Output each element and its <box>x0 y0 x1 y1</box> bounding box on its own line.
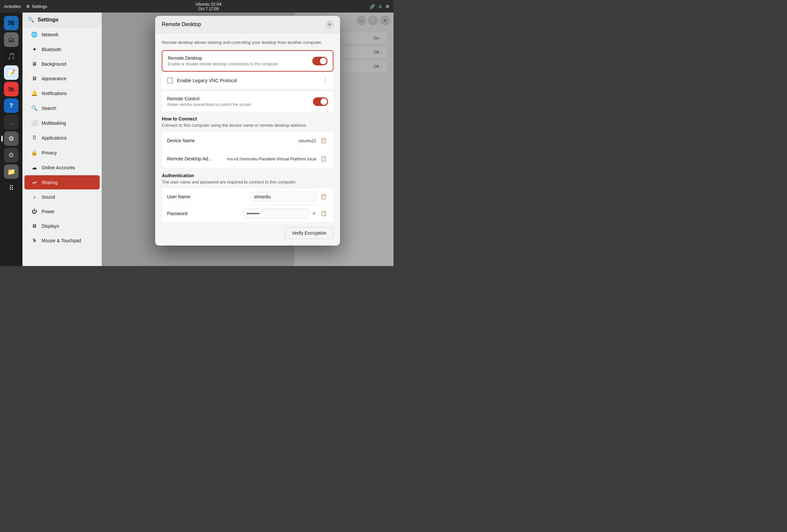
copy-address-button[interactable]: 📋 <box>319 154 328 163</box>
remote-desktop-desc: Enable or disable remote desktop connect… <box>168 62 279 66</box>
sidebar-item-bluetooth[interactable]: ✦ Bluetooth <box>24 42 100 57</box>
how-to-connect-title: How to Connect <box>162 116 334 122</box>
dock-help[interactable]: ? <box>4 98 19 113</box>
search-nav-icon: 🔍 <box>31 105 38 111</box>
privacy-icon: 🔒 <box>31 149 38 156</box>
vnc-label: Enable Legacy VNC Protocol <box>177 78 318 83</box>
remote-control-desc: Allows remote connections to control the… <box>167 102 252 107</box>
remote-address-label: Remote Desktop Ad... <box>167 156 212 162</box>
remote-address-value: ms-rd://simonliu-Parallels-Virtual-Platf… <box>227 156 316 162</box>
modal-header: Remote Desktop ✕ <box>155 16 340 33</box>
sidebar-header: 🔍 Settings <box>22 13 102 27</box>
sidebar: 🔍 Settings 🌐 Network ✦ Bluetooth 🖥 Backg… <box>22 13 102 266</box>
dock-writer[interactable]: 📝 <box>4 65 19 80</box>
dock-settings[interactable]: ⚙ <box>4 131 19 146</box>
bluetooth-icon: ✦ <box>31 46 38 52</box>
vnc-row: Enable Legacy VNC Protocol ⋮ <box>162 72 334 89</box>
remote-control-title: Remote Control <box>167 96 252 101</box>
username-label: User Name <box>167 194 200 199</box>
copy-password-button[interactable]: 📋 <box>319 209 328 218</box>
password-label: Password <box>167 211 200 216</box>
sidebar-item-privacy[interactable]: 🔒 Privacy <box>24 146 100 160</box>
sidebar-item-power[interactable]: ⏻ Power <box>24 205 100 218</box>
dock-grid[interactable]: ⠿ <box>4 181 19 195</box>
sidebar-item-sharing[interactable]: ⇌ Sharing <box>24 175 100 189</box>
settings-label: ⚙ Settings <box>26 4 47 9</box>
authentication-title: Authentication <box>162 173 334 178</box>
copy-device-name-button[interactable]: 📋 <box>319 136 328 145</box>
search-icon: 🔍 <box>28 17 34 23</box>
datetime: Oct 7 17:09 <box>198 6 219 11</box>
network-icon: 🔗 <box>370 4 375 9</box>
dock-thunderbird[interactable]: ✉ <box>4 16 19 30</box>
dock-rhythmbox[interactable]: 🎵 <box>4 49 19 63</box>
dock-files[interactable]: 🗂 <box>4 33 19 47</box>
vnc-checkbox[interactable] <box>167 78 173 84</box>
activities-button[interactable]: Activities <box>4 4 21 9</box>
power-icon: ⏻ <box>31 209 38 214</box>
sidebar-item-appearance[interactable]: 🖥 Appearance <box>24 71 100 85</box>
device-name-row: Device Name ubuntu22 📋 <box>162 132 334 150</box>
gear-icon: ⚙ <box>386 4 389 9</box>
sidebar-item-network[interactable]: 🌐 Network <box>24 27 100 42</box>
sidebar-item-notifications[interactable]: 🔔 Notifications <box>24 86 100 100</box>
device-name-value: ubuntu22 <box>298 138 316 143</box>
dock-settings2[interactable]: ⚙ <box>4 148 19 162</box>
applications-icon: ⠿ <box>31 135 38 141</box>
sharing-icon: ⇌ <box>31 179 38 186</box>
mouse-icon: 🖱 <box>31 238 38 243</box>
sidebar-item-online-accounts[interactable]: ☁ Online Accounts <box>24 161 100 175</box>
warning-icon: ⚠ <box>378 4 382 9</box>
username-field: User Name 📋 <box>162 188 334 205</box>
multitasking-icon: ⬜ <box>31 120 38 126</box>
displays-icon: 🖥 <box>31 223 38 229</box>
sidebar-item-mouse-touchpad[interactable]: 🖱 Mouse & Touchpad <box>24 234 100 248</box>
verify-encryption-wrapper: Verify Encryption <box>162 227 334 239</box>
copy-username-button[interactable]: 📋 <box>319 192 328 201</box>
modal-description: Remote desktop allows viewing and contro… <box>162 40 334 45</box>
modal-close-button[interactable]: ✕ <box>325 20 334 28</box>
top-bar-center: Ubuntu 22.04 Oct 7 17:09 <box>196 2 221 11</box>
show-password-icon[interactable]: 👁 <box>312 211 316 216</box>
remote-control-toggle[interactable] <box>313 97 328 106</box>
sidebar-item-displays[interactable]: 🖥 Displays <box>24 219 100 233</box>
dock: ✉ 🗂 🎵 📝 🛍 ? _ ⚙ ⚙ 📁 ⠿ <box>0 13 22 266</box>
settings-gear-icon: ⚙ <box>26 4 30 9</box>
sidebar-item-sound[interactable]: ♪ Sound <box>24 190 100 204</box>
auth-table: User Name 📋 Password 👁 📋 <box>162 188 334 222</box>
password-field: Password 👁 📋 <box>162 205 334 222</box>
top-bar-left: Activities ⚙ Settings <box>4 4 47 9</box>
remote-address-row: Remote Desktop Ad... ms-rd://simonliu-Pa… <box>162 150 334 168</box>
top-bar: Activities ⚙ Settings Ubuntu 22.04 Oct 7… <box>0 0 394 13</box>
remote-control-row: Remote Control Allows remote connections… <box>162 91 334 111</box>
top-bar-right: 🔗 ⚠ ⚙ <box>370 4 389 9</box>
device-name-label: Device Name <box>167 138 195 143</box>
right-panel: — ⬜ ✕ On › Off › <box>102 13 394 266</box>
online-accounts-icon: ☁ <box>31 164 38 171</box>
dock-appstore[interactable]: 🛍 <box>4 82 19 97</box>
network-icon: 🌐 <box>31 31 38 38</box>
vnc-menu-button[interactable]: ⋮ <box>322 77 328 84</box>
remote-desktop-toggle[interactable] <box>312 57 327 65</box>
sidebar-item-search[interactable]: 🔍 Search <box>24 101 100 115</box>
username-input[interactable] <box>250 192 316 201</box>
modal-overlay: Remote Desktop ✕ Remote desktop allows v… <box>102 13 394 266</box>
sound-icon: ♪ <box>31 194 38 200</box>
background-icon: 🖥 <box>31 61 38 67</box>
main-layout: ✉ 🗂 🎵 📝 🛍 ? _ ⚙ ⚙ 📁 ⠿ 🔍 Settings 🌐 Netwo… <box>0 13 394 266</box>
sidebar-item-multitasking[interactable]: ⬜ Multitasking <box>24 116 100 130</box>
window-title: Ubuntu 22.04 <box>196 2 221 6</box>
dock-terminal[interactable]: _ <box>4 115 19 129</box>
modal-body: Remote desktop allows viewing and contro… <box>155 33 340 246</box>
connection-info-table: Device Name ubuntu22 📋 Remote Desktop Ad… <box>162 132 334 168</box>
dock-files2[interactable]: 📁 <box>4 164 19 179</box>
notifications-icon: 🔔 <box>31 90 38 97</box>
sidebar-title: Settings <box>38 17 59 23</box>
authentication-desc: The user name and password are required … <box>162 179 334 185</box>
how-to-connect-desc: Connect to this computer using the devic… <box>162 123 334 128</box>
sidebar-item-applications[interactable]: ⠿ Applications <box>24 131 100 145</box>
remote-desktop-row: Remote Desktop Enable or disable remote … <box>162 50 334 71</box>
verify-encryption-button[interactable]: Verify Encryption <box>285 227 334 239</box>
sidebar-item-background[interactable]: 🖥 Background <box>24 57 100 71</box>
password-input[interactable] <box>243 209 309 218</box>
